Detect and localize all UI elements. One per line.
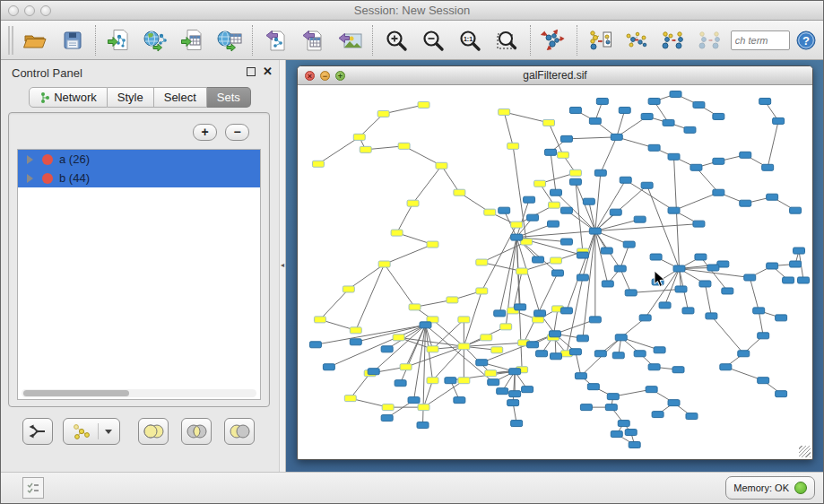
graph-node	[783, 277, 794, 283]
set-row-b[interactable]: b (44)	[18, 169, 260, 187]
intersect-sets-button[interactable]	[181, 418, 212, 445]
expander-icon[interactable]	[27, 155, 33, 164]
network-frame[interactable]: × − + galFiltered.sif	[297, 65, 813, 460]
export-image-button[interactable]	[331, 23, 368, 57]
graph-node	[594, 351, 606, 357]
task-history-button[interactable]	[22, 477, 44, 499]
toolbar-grip	[8, 26, 13, 55]
graph-node	[417, 422, 429, 429]
zoom-actual-size-button[interactable]: 1:1	[451, 23, 488, 57]
network-frame-titlebar[interactable]: × − + galFiltered.sif	[298, 66, 812, 85]
graph-node	[343, 286, 354, 292]
minimize-window-icon[interactable]	[24, 5, 35, 16]
import-table-file-button[interactable]	[174, 23, 211, 57]
memory-status-label: Memory: OK	[733, 482, 789, 493]
graph-node	[534, 180, 546, 187]
import-network-file-button[interactable]	[100, 23, 137, 57]
zoom-window-icon[interactable]	[40, 5, 51, 16]
open-session-button[interactable]	[17, 23, 54, 57]
graph-node	[497, 388, 508, 395]
show-all-nodes-button[interactable]	[619, 23, 655, 57]
tab-sets[interactable]: Sets	[207, 87, 251, 108]
zoom-selected-region-button[interactable]	[489, 23, 525, 57]
graph-node	[623, 241, 635, 248]
add-set-button[interactable]: +	[193, 124, 217, 141]
remove-set-button[interactable]: −	[225, 124, 249, 141]
zoom-in-icon	[385, 29, 408, 52]
export-table-button[interactable]	[294, 23, 331, 57]
graph-node	[648, 144, 660, 151]
create-set-combo-button[interactable]	[63, 418, 120, 445]
float-panel-icon[interactable]	[247, 67, 256, 76]
graph-node	[427, 241, 438, 248]
status-bar: Memory: OK	[1, 472, 823, 503]
difference-sets-button[interactable]	[224, 418, 255, 445]
memory-status-button[interactable]: Memory: OK	[725, 476, 815, 500]
graph-node	[602, 281, 613, 287]
graph-node	[382, 404, 394, 411]
graph-node	[378, 261, 390, 267]
import-network-web-button[interactable]	[137, 23, 174, 57]
zoom-out-button[interactable]	[414, 23, 451, 57]
graph-node	[610, 209, 621, 215]
window-titlebar[interactable]: Session: New Session	[1, 1, 823, 21]
search-input[interactable]	[731, 30, 790, 50]
graph-node	[557, 152, 568, 158]
expander-icon[interactable]	[27, 174, 33, 183]
graph-node	[391, 230, 403, 236]
frame-close-icon[interactable]: ×	[305, 71, 315, 81]
tab-network[interactable]: Network	[29, 87, 108, 108]
export-network-button[interactable]	[257, 23, 294, 57]
close-window-icon[interactable]	[8, 5, 19, 16]
frame-maximize-icon[interactable]: +	[335, 71, 345, 81]
import-table-web-button[interactable]	[211, 23, 247, 57]
graph-node	[481, 335, 492, 341]
horizontal-scrollbar[interactable]	[22, 389, 256, 397]
set-row-a[interactable]: a (26)	[18, 150, 260, 169]
graph-node	[458, 317, 470, 323]
sets-panel: + − a (26) b (44)	[8, 112, 270, 407]
graph-node	[673, 265, 685, 272]
graph-node	[740, 200, 751, 206]
apply-preferred-layout-button[interactable]	[535, 23, 572, 57]
scrollbar-thumb[interactable]	[23, 390, 129, 396]
graph-node	[686, 413, 698, 420]
collapse-panel-icon[interactable]: ◂	[281, 261, 284, 269]
graph-node	[615, 335, 627, 341]
help-button[interactable]: ?	[794, 23, 820, 57]
graph-node	[596, 98, 608, 104]
set-color-dot	[42, 173, 53, 184]
graph-node	[507, 400, 519, 406]
graph-node	[560, 207, 572, 213]
graph-node	[672, 367, 684, 373]
memory-ok-icon	[794, 482, 807, 494]
graph-node	[511, 222, 523, 228]
select-first-neighbors-button[interactable]	[655, 23, 692, 57]
graph-node	[776, 315, 787, 321]
tab-select[interactable]: Select	[154, 87, 207, 108]
graph-node	[693, 221, 705, 227]
graph-node	[790, 207, 802, 213]
graph-node	[522, 387, 533, 393]
graph-node	[580, 404, 592, 411]
graph-node	[589, 317, 601, 323]
union-sets-button[interactable]	[138, 418, 169, 445]
network-canvas[interactable]	[299, 85, 811, 458]
frame-minimize-icon[interactable]: −	[320, 71, 330, 81]
sets-list[interactable]: a (26) b (44)	[17, 149, 261, 400]
graph-node	[549, 202, 560, 208]
mouse-cursor-icon	[654, 270, 666, 288]
graph-node	[353, 134, 365, 140]
frame-resize-grip[interactable]	[799, 446, 811, 457]
hide-selected-nodes-button[interactable]	[582, 23, 619, 57]
toolbar-separator	[252, 25, 253, 56]
panel-splitter[interactable]: ◂	[279, 60, 286, 472]
save-session-button[interactable]	[54, 23, 91, 57]
set-label: b (44)	[59, 171, 90, 185]
button-divider	[98, 423, 99, 439]
split-set-button[interactable]	[22, 418, 53, 445]
close-panel-icon[interactable]: ✕	[263, 65, 273, 78]
tab-style[interactable]: Style	[108, 87, 154, 108]
graph-node	[395, 380, 406, 387]
zoom-in-button[interactable]	[377, 23, 414, 57]
